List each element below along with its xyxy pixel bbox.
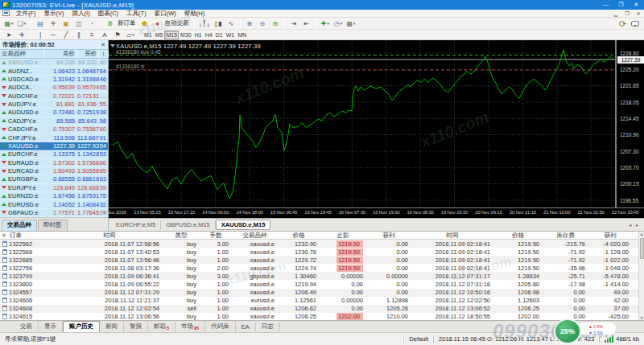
autotrade-icon[interactable]: ●: [152, 18, 163, 28]
history-column-header[interactable]: 交易品种: [232, 232, 278, 240]
terminal-tab-交易[interactable]: 交易: [14, 322, 39, 332]
child-minimize-icon[interactable]: ▁: [610, 10, 621, 16]
history-column-header[interactable]: 时间: [56, 232, 163, 240]
zoom-in-icon[interactable]: ⊕: [244, 18, 255, 28]
market-watch-row[interactable]: GBPAUD.e1.775711.7764574: [0, 209, 108, 217]
navigator-icon[interactable]: ▣: [60, 18, 72, 28]
chart-tab[interactable]: GBPUSD.e,M15: [161, 220, 216, 229]
history-column-header[interactable]: 价格: [493, 232, 543, 240]
periods-icon[interactable]: ◷▾: [332, 18, 344, 28]
timeframe-button-w1[interactable]: W1: [225, 31, 237, 39]
cursor-icon[interactable]: ➤: [3, 30, 14, 39]
market-watch-row[interactable]: CADJPY.e85.58585.64358: [0, 117, 108, 125]
market-watch-row[interactable]: AUDJPY.e81.88181.93655: [0, 101, 108, 109]
chat-icon[interactable]: [631, 21, 639, 27]
market-watch-close-icon[interactable]: ✕: [101, 42, 105, 48]
metaeditor-icon[interactable]: ⬟: [139, 18, 151, 28]
history-row[interactable]: 13226852018.11.07 13:56:46buy1.00xauusd.…: [0, 256, 644, 264]
terminal-tab-新闻[interactable]: 新闻: [100, 322, 124, 332]
terminal-tab-日志[interactable]: 日志: [256, 322, 280, 332]
market-watch-column-header[interactable]: 买价: [77, 50, 99, 58]
market-watch-row[interactable]: EURUSD.e1.140521.1408432: [0, 200, 108, 208]
horizontal-line-icon[interactable]: ─: [47, 30, 59, 39]
menu-item[interactable]: 图表(C): [94, 10, 122, 17]
menu-item[interactable]: 工具(T): [122, 10, 151, 17]
timeframe-button-m30[interactable]: M30: [179, 31, 193, 39]
chart-window[interactable]: 1228.801225.201221.651218.051214.451210.…: [109, 40, 644, 231]
strategy-tester-icon[interactable]: ◔: [86, 18, 97, 28]
price-axis[interactable]: 1228.801225.201221.651218.051214.451210.…: [616, 40, 644, 207]
terminal-tab-账户历史[interactable]: 账户历史: [63, 321, 100, 332]
timeframe-button-m15[interactable]: M15: [164, 31, 179, 39]
timeframe-button-m5[interactable]: M5: [154, 31, 165, 39]
history-row[interactable]: 13246082018.11.12 12:02:54sell1.00xauusd…: [0, 305, 644, 313]
market-watch-tab[interactable]: 即时图: [38, 220, 68, 231]
history-row[interactable]: 13246062018.11.12 11:21:37buy1.00eurusd.…: [0, 297, 644, 305]
history-column-header[interactable]: 价格: [278, 232, 320, 240]
timeframe-button-h1[interactable]: H1: [193, 31, 204, 39]
market-watch-row[interactable]: CHFJPY.e113.596113.68791: [0, 133, 108, 142]
market-watch-row[interactable]: EURCAD.e1.504931.5055865: [0, 167, 108, 175]
shapes-icon[interactable]: ▱▾: [125, 30, 136, 39]
market-watch-row[interactable]: EURJPY.e128.849128.88839: [0, 184, 108, 192]
market-watch-row[interactable]: XAUUSD.e1227.391227.9354: [0, 142, 108, 150]
chart-tab[interactable]: EURCHF.e,M5: [111, 220, 161, 229]
history-column-header[interactable]: 止损: [320, 232, 366, 240]
history-column-header[interactable]: 获利: [366, 232, 411, 240]
market-watch-row[interactable]: CADCHF.e0.753070.7536760: [0, 125, 108, 133]
market-watch-row[interactable]: USDCAD.e1.319421.3198846: [0, 76, 108, 84]
history-column-header[interactable]: 订单: [0, 232, 56, 240]
terminal-tab-市场[interactable]: 市场95: [175, 322, 205, 332]
market-watch-column-header[interactable]: !: [99, 51, 109, 58]
history-column-header[interactable]: 类型: [163, 232, 200, 240]
market-watch-icon[interactable]: ▤: [35, 18, 46, 28]
candlestick-chart-icon[interactable]: ▯▮: [213, 18, 224, 28]
close-icon[interactable]: ✕: [629, 2, 644, 8]
channel-icon[interactable]: ∥: [73, 30, 85, 39]
menu-item[interactable]: 显示(V): [40, 10, 68, 17]
terminal-tab-警报[interactable]: 警报: [124, 322, 148, 332]
menu-item[interactable]: 窗口(W): [151, 10, 180, 17]
chart-window-icon[interactable]: [2, 10, 10, 16]
chart-tab-scroll-icons[interactable]: ◂ ▸: [629, 222, 642, 228]
history-panel-close-icon[interactable]: ✕: [2, 232, 6, 239]
new-chart-icon[interactable]: ▦▾: [3, 18, 14, 28]
history-row[interactable]: 13238002018.11.09 06:55:22buy1.00xauusd.…: [0, 280, 644, 288]
child-restore-icon[interactable]: ❐: [621, 10, 633, 16]
new-order-icon[interactable]: 🗎: [105, 18, 116, 28]
text-tool-icon[interactable]: A: [99, 30, 110, 39]
timeframe-button-m1[interactable]: M1: [142, 31, 154, 39]
tile-windows-icon[interactable]: ⊞: [270, 18, 281, 28]
time-axis[interactable]: 12 Nov 201813 Nov 05:1513 Nov 17:1514 No…: [109, 207, 644, 218]
text-label-icon[interactable]: ⚑: [112, 30, 123, 39]
restore-icon[interactable]: ❐: [613, 2, 629, 8]
trendline-icon[interactable]: ╱: [60, 30, 72, 39]
market-watch-tab[interactable]: 交易品种: [2, 220, 37, 231]
terminal-tab-显示[interactable]: 显示: [39, 322, 63, 332]
market-watch-row[interactable]: AUDUSD.e0.724810.7251938: [0, 109, 108, 117]
market-watch-row[interactable]: EURAUD.e1.573021.5736866: [0, 159, 108, 167]
bar-chart-icon[interactable]: ╷╿╷: [198, 18, 211, 28]
history-column-header[interactable]: 获利: [588, 232, 632, 240]
history-row[interactable]: 13225682018.11.07 13:40:53buy1.00xauusd.…: [0, 248, 644, 256]
market-watch-row[interactable]: EURNZD.e1.674561.6753175: [0, 192, 108, 200]
menu-item[interactable]: 插入(I): [68, 10, 94, 17]
history-column-header[interactable]: 库存费: [543, 232, 588, 240]
child-close-icon[interactable]: ✕: [633, 10, 644, 16]
market-watch-row[interactable]: AUDNZ..1.064231.0648764: [0, 67, 108, 75]
fibonacci-icon[interactable]: ≡: [86, 30, 97, 39]
indicators-icon[interactable]: ✚▾: [320, 18, 331, 28]
market-watch-row[interactable]: AUDCHF.e0.720210.72131…: [0, 92, 108, 101]
auto-scroll-icon[interactable]: ⇥: [288, 18, 299, 28]
market-watch-column-header[interactable]: 卖价: [44, 50, 77, 58]
chart-tab[interactable]: XAUUSD.e,M15: [216, 220, 271, 230]
templates-icon[interactable]: ▦▾: [345, 18, 357, 28]
status-profile[interactable]: Default: [403, 335, 433, 343]
crosshair-icon[interactable]: ✛: [16, 30, 27, 39]
market-watch-row[interactable]: EURCHF.e1.133751.1342853: [0, 150, 108, 158]
history-row[interactable]: 13225622018.11.07 12:58:56buy3.00xauusd.…: [0, 240, 644, 248]
line-chart-icon[interactable]: ∿: [225, 18, 237, 28]
vertical-line-icon[interactable]: ❘: [35, 30, 46, 39]
timeframe-button-h4[interactable]: H4: [204, 31, 214, 39]
market-watch-row[interactable]: XBRUSD.e69.28069.32040: [0, 59, 108, 67]
